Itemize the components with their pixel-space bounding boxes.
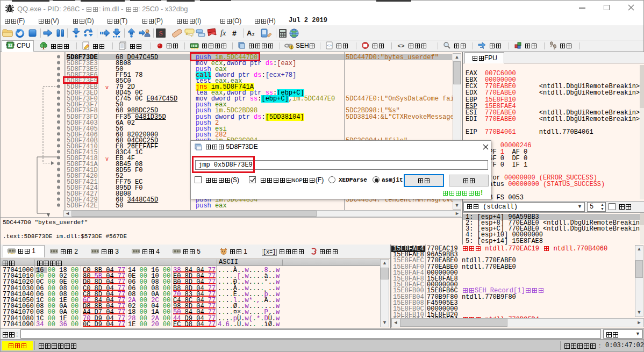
svg-text:z: z [252,32,255,37]
svg-text:fx: fx [220,29,226,37]
svg-text:!: ! [291,46,292,49]
svg-text:32: 32 [8,44,12,47]
svg-text:S: S [159,29,162,37]
svg-text:<>: <> [398,42,405,49]
svg-text:<>: <> [327,44,331,47]
svg-text:#: # [232,29,237,38]
svg-text:A: A [247,29,252,37]
